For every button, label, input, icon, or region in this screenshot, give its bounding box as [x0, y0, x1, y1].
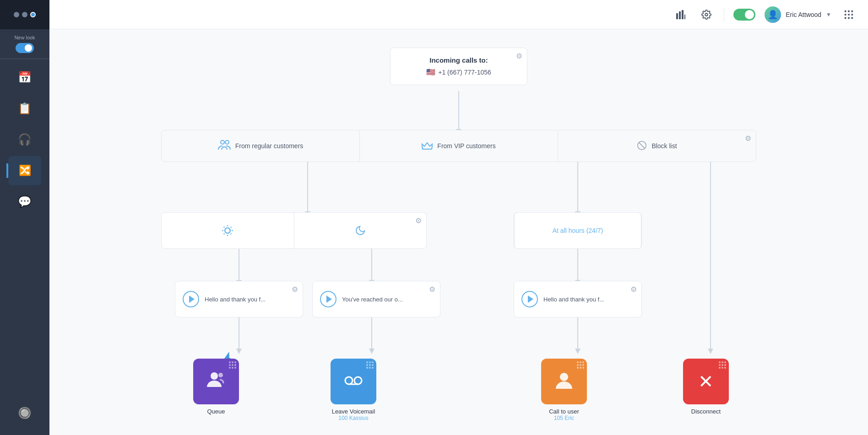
greeting2-text: You've reached our o...: [342, 296, 403, 303]
voicemail-node[interactable]: [331, 359, 376, 404]
segment-vip-label: From VIP customers: [437, 142, 495, 150]
status-toggle[interactable]: [733, 9, 755, 21]
agents-icon: 🎧: [18, 133, 32, 146]
queue-label: Queue: [207, 408, 225, 415]
sidebar-item-agents[interactable]: 🎧: [8, 125, 41, 154]
segment-gear[interactable]: ⚙: [745, 134, 751, 143]
calluser-dots: [577, 361, 584, 369]
svg-line-45: [231, 227, 232, 228]
svg-rect-2: [682, 10, 684, 19]
voicemail-label: Leave Voicemail: [332, 408, 375, 415]
incoming-gear[interactable]: ⚙: [516, 52, 522, 60]
analytics-button[interactable]: [673, 6, 689, 23]
action-queue-container: Queue: [193, 359, 239, 415]
keypad-button[interactable]: [841, 6, 857, 23]
greeting1-play[interactable]: [183, 291, 199, 307]
svg-line-36: [639, 142, 645, 148]
sidebar: New look 📅 📋 🎧 🔀 💬 🔘: [0, 0, 49, 435]
svg-rect-12: [852, 17, 853, 19]
greeting2-play[interactable]: [320, 291, 336, 307]
time-allhours-node: ⚙ At all hours (24/7): [514, 212, 642, 249]
svg-marker-30: [369, 349, 374, 354]
segment-blocklist[interactable]: Block list: [558, 130, 756, 161]
calendar-icon: 📅: [18, 71, 32, 84]
dot-1: [14, 12, 19, 17]
svg-line-44: [224, 234, 225, 235]
logo-area: [0, 0, 49, 29]
time-day-col[interactable]: [162, 213, 294, 248]
topbar: 👤 Eric Attwood ▼: [49, 0, 868, 29]
greeting2-gear[interactable]: ⚙: [429, 285, 435, 294]
svg-point-48: [345, 377, 353, 384]
svg-point-51: [560, 373, 568, 381]
svg-rect-10: [845, 17, 846, 19]
main-content: ⚙ Incoming calls to: 🇺🇸 +1 (667) 777-105…: [49, 29, 868, 435]
disconnect-icon: ✕: [698, 372, 714, 391]
new-look-toggle[interactable]: [16, 43, 34, 53]
greeting1-text: Hello and thank you f...: [205, 296, 266, 303]
disconnect-label: Disconnect: [691, 408, 721, 415]
svg-rect-4: [845, 10, 846, 12]
action-calluser-container: Call to user 105 Eric: [541, 359, 587, 421]
queue-node[interactable]: [193, 359, 239, 404]
svg-rect-8: [848, 14, 850, 16]
greeting-node-3: ⚙ Hello and thank you f...: [514, 281, 642, 317]
flow-diagram: ⚙ Incoming calls to: 🇺🇸 +1 (667) 777-105…: [138, 38, 779, 427]
voicemail-dots: [366, 361, 374, 369]
play-icon-2: [326, 295, 332, 303]
voicemail-sublabel: 100 Kassius: [338, 415, 368, 421]
all-hours-label: At all hours (24/7): [514, 212, 641, 249]
sidebar-item-routing[interactable]: 🔀: [8, 156, 41, 185]
svg-point-49: [354, 377, 362, 384]
sidebar-item-contacts[interactable]: 📋: [8, 94, 41, 123]
new-look-section: New look: [0, 29, 49, 59]
action-disconnect-container: ✕ Disconnect: [683, 359, 729, 415]
new-look-label: New look: [14, 35, 35, 40]
svg-point-34: [225, 140, 229, 144]
settings-button[interactable]: [698, 6, 715, 23]
disconnect-dots: [719, 361, 726, 369]
sidebar-nav: 📅 📋 🎧 🔀 💬: [0, 59, 49, 398]
calluser-icon: [553, 370, 575, 393]
disconnect-node[interactable]: ✕: [683, 359, 729, 404]
calluser-sublabel: 105 Eric: [554, 415, 574, 421]
segment-regular[interactable]: From regular customers: [162, 130, 360, 161]
time-day-night-node: ⚙: [161, 212, 427, 249]
time-night-col[interactable]: [294, 213, 427, 248]
phone-number: +1 (667) 777-1056: [438, 69, 491, 76]
dot-2: [22, 12, 27, 17]
user-dropdown-chevron: ▼: [826, 11, 831, 18]
routing-icon: 🔀: [19, 165, 31, 177]
svg-rect-11: [848, 17, 850, 19]
dot-3: [30, 12, 36, 17]
sidebar-item-help[interactable]: 🔘: [8, 398, 41, 428]
calluser-label: Call to user: [549, 408, 579, 415]
svg-rect-1: [679, 11, 681, 19]
greeting3-gear[interactable]: ⚙: [630, 285, 637, 294]
incoming-title: Incoming calls to:: [401, 56, 516, 64]
svg-point-46: [211, 372, 218, 380]
sidebar-bottom: 🔘: [8, 398, 41, 435]
sidebar-item-messages[interactable]: 💬: [8, 187, 41, 216]
greeting1-gear[interactable]: ⚙: [292, 285, 298, 294]
svg-line-42: [224, 227, 225, 228]
people-icon: [218, 140, 231, 153]
user-section[interactable]: 👤 Eric Attwood ▼: [765, 6, 831, 23]
svg-point-47: [218, 373, 223, 377]
greeting-node-2: ⚙ You've reached our o...: [312, 281, 440, 317]
segment-row: ⚙ From regular customers: [161, 130, 756, 162]
calluser-node[interactable]: [541, 359, 587, 404]
queue-icon: [205, 369, 227, 395]
time-daynight-gear[interactable]: ⚙: [415, 216, 422, 225]
segment-vip[interactable]: From VIP customers: [360, 130, 558, 161]
user-avatar: 👤: [765, 6, 781, 23]
action-voicemail-container: Leave Voicemail 100 Kassius: [331, 359, 376, 421]
flag-icon: 🇺🇸: [426, 68, 435, 76]
svg-rect-3: [684, 15, 685, 19]
svg-marker-20: [708, 349, 713, 354]
svg-line-43: [231, 234, 232, 235]
incoming-phone: 🇺🇸 +1 (667) 777-1056: [401, 68, 516, 76]
messages-icon: 💬: [18, 195, 32, 208]
sidebar-item-calendar[interactable]: 📅: [8, 63, 41, 92]
greeting3-play[interactable]: [521, 291, 538, 307]
